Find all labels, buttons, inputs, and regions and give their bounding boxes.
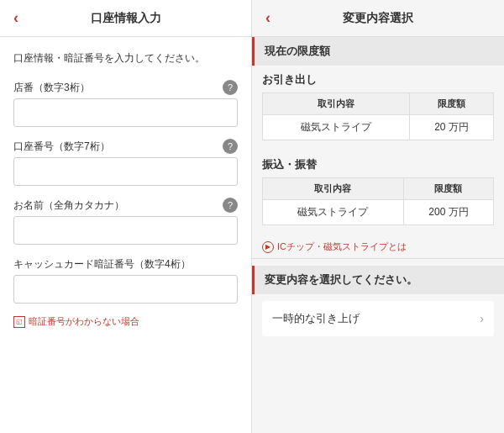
- name-group: お名前（全角カタカナ） ?: [13, 198, 238, 245]
- ic-chip-link-text: ICチップ・磁気ストライプとは: [277, 240, 407, 253]
- divider: [252, 258, 504, 259]
- password-input[interactable]: [13, 275, 238, 304]
- name-label: お名前（全角カタカナ）: [13, 198, 124, 213]
- intro-text: 口座情報・暗証番号を入力してください。: [13, 50, 238, 66]
- account-number-label: 口座番号（数字7桁）: [13, 140, 110, 154]
- withdrawal-subsection: お引き出し 取引内容 限度額 磁気ストライプ 20 万円: [252, 66, 504, 150]
- transfer-title: 振込・振替: [262, 157, 494, 172]
- account-number-input[interactable]: [13, 157, 238, 186]
- left-content: 口座情報・暗証番号を入力してください。 店番（数字3桁） ? 口座番号（数字7桁…: [0, 37, 251, 433]
- name-help-icon[interactable]: ?: [223, 198, 238, 213]
- right-panel: ‹ 変更内容選択 現在の限度額 お引き出し 取引内容 限度額 磁気ストライプ: [252, 0, 504, 433]
- table-row: 磁気ストライプ 20 万円: [263, 115, 494, 140]
- transfer-col2: 限度額: [403, 178, 493, 200]
- withdrawal-col2: 限度額: [410, 93, 494, 115]
- play-icon: ▶: [262, 241, 274, 253]
- forgot-icon: ◱: [13, 316, 25, 328]
- chevron-right-icon: ›: [480, 312, 484, 325]
- temporary-raise-label: 一時的な引き上げ: [272, 311, 360, 326]
- transfer-col1: 取引内容: [263, 178, 404, 200]
- left-panel: ‹ 口座情報入力 口座情報・暗証番号を入力してください。 店番（数字3桁） ? …: [0, 0, 252, 433]
- forgot-link-text: 暗証番号がわからない場合: [29, 315, 139, 328]
- transfer-table: 取引内容 限度額 磁気ストライプ 200 万円: [262, 177, 494, 225]
- withdrawal-limit: 20 万円: [410, 115, 494, 140]
- transfer-limit: 200 万円: [403, 200, 493, 225]
- right-title: 変更内容選択: [343, 11, 413, 26]
- password-label: キャッシュカード暗証番号（数字4桁）: [13, 256, 238, 272]
- left-header: ‹ 口座情報入力: [0, 0, 251, 37]
- name-label-row: お名前（全角カタカナ） ?: [13, 198, 238, 213]
- branch-number-label-row: 店番（数字3桁） ?: [13, 80, 238, 95]
- transfer-subsection: 振込・振替 取引内容 限度額 磁気ストライプ 200 万円: [252, 150, 504, 235]
- branch-number-label: 店番（数字3桁）: [13, 81, 90, 95]
- withdrawal-table: 取引内容 限度額 磁気ストライプ 20 万円: [262, 92, 494, 140]
- right-content: 現在の限度額 お引き出し 取引内容 限度額 磁気ストライプ 20 万円: [252, 37, 504, 433]
- branch-number-input[interactable]: [13, 98, 238, 127]
- name-input[interactable]: [13, 216, 238, 245]
- change-select-title: 変更内容を選択してください。: [265, 273, 417, 286]
- branch-number-help-icon[interactable]: ?: [223, 80, 238, 95]
- branch-number-group: 店番（数字3桁） ?: [13, 80, 238, 127]
- left-title: 口座情報入力: [91, 11, 161, 26]
- current-limit-title: 現在の限度額: [265, 45, 330, 57]
- current-limit-section: 現在の限度額: [252, 37, 504, 66]
- right-header: ‹ 変更内容選択: [252, 0, 504, 37]
- account-number-help-icon[interactable]: ?: [223, 139, 238, 154]
- withdrawal-col1: 取引内容: [263, 93, 410, 115]
- password-group: キャッシュカード暗証番号（数字4桁）: [13, 256, 238, 304]
- forgot-password-link[interactable]: ◱ 暗証番号がわからない場合: [13, 315, 238, 328]
- table-row: 磁気ストライプ 200 万円: [263, 200, 494, 225]
- withdrawal-title: お引き出し: [262, 72, 494, 87]
- right-back-button[interactable]: ‹: [265, 9, 270, 27]
- withdrawal-content: 磁気ストライプ: [263, 115, 410, 140]
- account-number-label-row: 口座番号（数字7桁） ?: [13, 139, 238, 154]
- ic-chip-link[interactable]: ▶ ICチップ・磁気ストライプとは: [252, 235, 504, 258]
- account-number-group: 口座番号（数字7桁） ?: [13, 139, 238, 186]
- change-select-section: 変更内容を選択してください。: [252, 266, 504, 294]
- transfer-content: 磁気ストライプ: [263, 200, 404, 225]
- temporary-raise-menu-item[interactable]: 一時的な引き上げ ›: [262, 301, 494, 336]
- left-back-button[interactable]: ‹: [13, 9, 18, 27]
